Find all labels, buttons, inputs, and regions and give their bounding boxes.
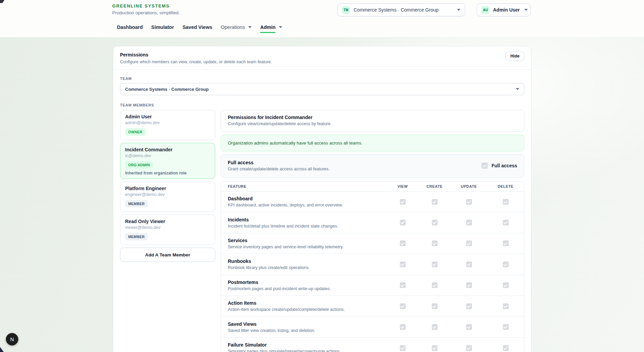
nav-item-simulator[interactable]: Simulator [151, 24, 174, 30]
column-feature: FEATURE [221, 184, 387, 188]
nav-item-operations[interactable]: Operations [221, 24, 252, 30]
brand-tagline: Production operations, simplified. [112, 10, 180, 15]
update-checkbox[interactable] [466, 262, 472, 267]
feature-description: Simulator pages plus simulate/preset/rec… [228, 349, 387, 352]
column-update: UPDATE [451, 184, 487, 188]
feature-name: Action Items [228, 300, 387, 306]
view-checkbox[interactable] [400, 324, 406, 330]
full-access-checkbox[interactable] [481, 163, 488, 169]
member-email: engineer@demo.dev [125, 192, 210, 197]
team-select-value: Commerce Systems · Commerce Group [125, 87, 209, 92]
create-checkbox[interactable] [432, 199, 438, 205]
member-permissions-header: Permissions for Incident Commander Confi… [221, 110, 524, 132]
delete-checkbox[interactable] [503, 262, 509, 267]
permissions-card-header: Permissions Configure which members can … [113, 46, 531, 70]
create-checkbox[interactable] [432, 324, 438, 330]
feature-description: Incident list/detail plus timeline and i… [228, 224, 387, 229]
header-controls: TM Commerce Systems · Commerce Group AU … [337, 3, 530, 16]
view-checkbox[interactable] [400, 303, 406, 309]
update-checkbox[interactable] [466, 282, 472, 288]
feature-description: Postmortem pages and post-incident write… [228, 286, 387, 291]
create-checkbox[interactable] [432, 303, 438, 309]
team-member-card[interactable]: Incident Commander ic@demo.dev ORG ADMIN… [120, 143, 215, 179]
delete-checkbox[interactable] [503, 199, 509, 205]
member-name: Read Only Viewer [125, 219, 210, 224]
feature-permissions-table: FEATURE VIEW CREATE UPDATE DELETE Dashbo… [221, 181, 524, 352]
create-checkbox[interactable] [432, 240, 438, 246]
column-delete: DELETE [487, 184, 524, 188]
feature-row: Services Service inventory pages and ser… [221, 233, 524, 254]
user-menu-label: Admin User [493, 7, 520, 13]
delete-checkbox[interactable] [503, 324, 509, 330]
nav-item-admin[interactable]: Admin [260, 24, 282, 30]
chevron-down-icon [524, 9, 528, 11]
permissions-card: Permissions Configure which members can … [113, 46, 531, 352]
brand-title: GREENLINE SYSTEMS [112, 3, 180, 9]
team-member-card[interactable]: Admin User admin@demo.dev OWNER [120, 110, 215, 140]
feature-name: Runbooks [228, 258, 387, 264]
full-access-title: Full access [228, 160, 329, 165]
update-checkbox[interactable] [466, 303, 472, 309]
feature-row: Postmortems Postmortem pages and post-in… [221, 275, 524, 296]
brand-block: GREENLINE SYSTEMS Production operations,… [112, 3, 180, 15]
feature-row: Saved Views Saved filter-view creation, … [221, 317, 524, 337]
feature-name: Dashboard [228, 196, 387, 201]
delete-checkbox[interactable] [503, 240, 509, 246]
update-checkbox[interactable] [466, 345, 472, 351]
team-switcher[interactable]: TM Commerce Systems · Commerce Group [337, 3, 465, 16]
view-checkbox[interactable] [400, 199, 406, 205]
feature-row: Dashboard KPI dashboard, active incident… [221, 191, 524, 212]
create-checkbox[interactable] [432, 220, 438, 225]
update-checkbox[interactable] [466, 220, 472, 225]
member-permissions-subtitle: Configure view/create/update/delete acce… [228, 121, 517, 126]
chevron-down-icon [248, 26, 252, 28]
delete-checkbox[interactable] [503, 303, 509, 309]
permissions-title: Permissions [120, 52, 524, 57]
feature-description: Action-item workspace create/update/comp… [228, 307, 387, 312]
permissions-card-body: TEAM Commerce Systems · Commerce Group T… [113, 70, 531, 352]
feature-name: Failure Simulator [228, 342, 387, 348]
column-create: CREATE [419, 184, 451, 188]
member-permissions-panel: Permissions for Incident Commander Confi… [221, 110, 524, 352]
member-email: admin@demo.dev [125, 120, 210, 125]
org-admin-notice: Organization admins automatically have f… [221, 135, 524, 151]
chevron-down-icon [279, 26, 282, 28]
delete-checkbox[interactable] [503, 345, 509, 351]
update-checkbox[interactable] [466, 324, 472, 330]
team-select[interactable]: Commerce Systems · Commerce Group [120, 83, 524, 95]
nav-item-saved-views[interactable]: Saved Views [183, 24, 213, 30]
feature-name: Saved Views [228, 321, 387, 327]
user-menu[interactable]: AU Admin User [477, 3, 530, 16]
member-role-badge: MEMBER [125, 200, 148, 207]
full-access-description: Grant create/update/delete access across… [228, 167, 329, 171]
create-checkbox[interactable] [432, 282, 438, 288]
create-checkbox[interactable] [432, 262, 438, 267]
hide-button[interactable]: Hide [506, 52, 524, 61]
view-checkbox[interactable] [400, 262, 406, 267]
column-view: VIEW [387, 184, 419, 188]
update-checkbox[interactable] [466, 199, 472, 205]
team-member-card[interactable]: Platform Engineer engineer@demo.dev MEMB… [120, 182, 215, 212]
feature-description: KPI dashboard, active incidents, deploys… [228, 203, 387, 207]
member-name: Platform Engineer [125, 186, 210, 191]
main-nav: Dashboard Simulator Saved Views Operatio… [117, 24, 282, 30]
member-inherited-note: Inherited from organization role [125, 171, 210, 175]
team-member-card[interactable]: Read Only Viewer viewer@demo.dev MEMBER [120, 215, 215, 245]
team-members-list: Admin User admin@demo.dev OWNER Incident… [120, 110, 215, 262]
add-team-member-button[interactable]: Add A Team Member [120, 248, 215, 262]
delete-checkbox[interactable] [503, 282, 509, 288]
nav-item-dashboard[interactable]: Dashboard [117, 24, 143, 30]
feature-row: Runbooks Runbook library plus create/edi… [221, 254, 524, 275]
view-checkbox[interactable] [400, 240, 406, 246]
devtools-button[interactable]: N [6, 333, 18, 346]
team-members-label: TEAM MEMBERS [120, 103, 524, 107]
delete-checkbox[interactable] [503, 220, 509, 225]
feature-name: Incidents [228, 217, 387, 222]
view-checkbox[interactable] [400, 282, 406, 288]
view-checkbox[interactable] [400, 220, 406, 225]
view-checkbox[interactable] [400, 345, 406, 351]
update-checkbox[interactable] [466, 240, 472, 246]
create-checkbox[interactable] [432, 345, 438, 351]
member-name: Incident Commander [125, 147, 210, 153]
feature-name: Postmortems [228, 280, 387, 285]
